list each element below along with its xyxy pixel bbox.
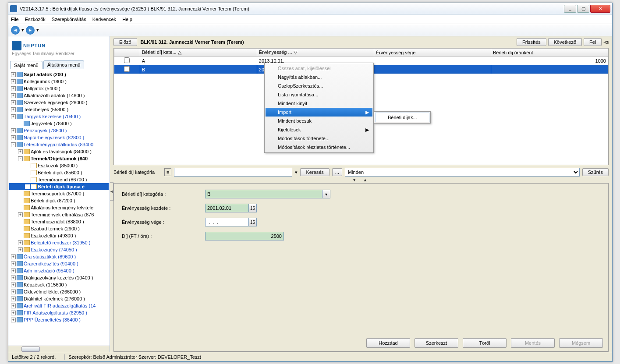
tree-node[interactable]: +Tárgyak kezelése (70400 ) xyxy=(9,113,109,120)
menu-rolechange[interactable]: Szerepkörváltás xyxy=(52,17,86,22)
cell-to[interactable] xyxy=(374,57,491,65)
tree-node[interactable]: +Teremigények elbírálása (876 xyxy=(9,211,109,218)
field-valid-from[interactable] xyxy=(205,204,249,212)
tree-label[interactable]: Telephelyek (55800 ) xyxy=(24,106,68,113)
tree-toggle-icon[interactable]: + xyxy=(11,262,16,266)
prev-button[interactable]: Előző xyxy=(113,38,137,46)
tree-label[interactable]: PPP Üzemeltetés (36400 ) xyxy=(24,316,81,323)
context-menu[interactable]: Összes adat, kijelölésselNagyítás ablakb… xyxy=(264,63,374,153)
tree-toggle-icon[interactable] xyxy=(18,191,23,196)
tab-general-menu[interactable]: Általános menü xyxy=(43,60,85,69)
maximize-button[interactable]: ▢ xyxy=(577,5,589,13)
field-valid-to[interactable] xyxy=(205,218,249,226)
scroll-thumb[interactable] xyxy=(21,346,40,352)
field-rate[interactable] xyxy=(205,232,284,240)
tree-node[interactable]: Eszközleltár (49300 ) xyxy=(9,232,109,239)
tree-label[interactable]: Alkalmazotti adatok (14800 ) xyxy=(24,92,85,99)
tree-toggle-icon[interactable]: + xyxy=(11,100,16,105)
search-button[interactable]: Keresés xyxy=(300,168,329,176)
tree-label[interactable]: Teremigények elbírálása (876 xyxy=(31,211,94,218)
tree-label[interactable]: Naptárbejegyzések (82800 ) xyxy=(24,134,84,141)
tree-toggle-icon[interactable]: + xyxy=(11,79,16,84)
menu-file[interactable]: File xyxy=(11,17,19,22)
tree-node[interactable]: +Diákhitel kérelmek (276000 ) xyxy=(9,295,109,302)
minimize-button[interactable]: _ xyxy=(564,5,576,13)
tree-label[interactable]: Pénzügyek (78600 ) xyxy=(24,127,67,134)
tree-label[interactable]: Általános teremigény felvitele xyxy=(31,204,93,211)
tab-own-menu[interactable]: Saját menü xyxy=(10,61,43,69)
tree-node[interactable]: Bérleti díjak (85600 ) xyxy=(9,169,109,176)
sidebar-collapse-handle[interactable]: ◄ xyxy=(110,182,113,201)
tree-label[interactable]: Oklevélmelléklet (266000 ) xyxy=(24,288,81,295)
tree-label[interactable]: Teremórarend (86700 ) xyxy=(38,176,87,183)
context-submenu[interactable]: Bérleti díjak... xyxy=(374,111,431,124)
tree-label[interactable]: Eszközigény (74050 ) xyxy=(31,246,77,253)
tree-node[interactable]: +Órarendkészítés (90400 ) xyxy=(9,260,109,267)
row-checkbox[interactable] xyxy=(124,66,130,72)
tree-toggle-icon[interactable]: + xyxy=(11,128,16,133)
nav-back-icon[interactable]: ◄ xyxy=(11,26,20,35)
tree-label[interactable]: Kollégiumok (1800 ) xyxy=(24,78,67,85)
tree-node[interactable]: +Pénzügyek (78600 ) xyxy=(9,127,109,134)
tree-toggle-icon[interactable] xyxy=(25,170,30,175)
next-button[interactable]: Következő xyxy=(548,38,582,46)
splitter-handle[interactable]: ▼ ▲ xyxy=(110,177,612,183)
close-button[interactable]: ✕ xyxy=(590,5,610,13)
date-picker-icon[interactable]: 15 xyxy=(249,218,257,226)
tree-node[interactable]: Eszközök (85000 ) xyxy=(9,162,109,169)
tree-toggle-icon[interactable]: + xyxy=(11,290,16,294)
tree-toggle-icon[interactable]: + xyxy=(11,86,16,91)
tree-label[interactable]: Szervezeti egységek (28000 ) xyxy=(24,99,88,106)
tree-toggle-icon[interactable]: - xyxy=(11,142,16,147)
tree-label[interactable]: Beléptető rendszer (31950 ) xyxy=(31,239,90,246)
tree-node[interactable]: +Beléptető rendszer (31950 ) xyxy=(9,239,109,246)
tree-toggle-icon[interactable]: + xyxy=(11,311,16,315)
tree-label[interactable]: FIR Adatszolgáltatás (62950 ) xyxy=(24,309,87,316)
tree-toggle-icon[interactable]: + xyxy=(11,107,16,112)
ctx-item[interactable]: Kijelölések▶ xyxy=(266,125,372,134)
tree-toggle-icon[interactable]: + xyxy=(11,318,16,322)
tree-node[interactable]: +Hallgatók (5400 ) xyxy=(9,85,109,92)
search-dd-icon[interactable]: ▾ xyxy=(295,170,298,175)
tree-node[interactable]: +Szervezeti egységek (28000 ) xyxy=(9,99,109,106)
tree-label[interactable]: Diákhitel kérelmek (276000 ) xyxy=(24,295,85,302)
ctx-item[interactable]: Mindent kinyit xyxy=(266,99,372,108)
nav-fwd-dd[interactable]: ▾ xyxy=(36,27,39,33)
ctx-item[interactable]: Lista nyomtatása... xyxy=(266,90,372,99)
nav-tree[interactable]: +Saját adatok (200 )+Kollégiumok (1800 )… xyxy=(8,69,110,346)
tree-node[interactable]: +Eszközigény (74050 ) xyxy=(9,246,109,253)
ctx-item[interactable]: Nagyítás ablakban... xyxy=(266,73,372,81)
edit-button[interactable]: Szerkeszt xyxy=(415,338,458,348)
tree-toggle-icon[interactable]: + xyxy=(11,93,16,98)
tree-toggle-icon[interactable]: + xyxy=(11,276,16,280)
tree-node[interactable]: +Oklevélmelléklet (266000 ) xyxy=(9,288,109,295)
cell-rate[interactable]: 1000 xyxy=(491,57,608,65)
tree-node[interactable]: Általános teremigény felvitele xyxy=(9,204,109,211)
tree-node[interactable]: +Telephelyek (55800 ) xyxy=(9,106,109,113)
menu-tools[interactable]: Eszközök xyxy=(25,17,46,22)
tree-label[interactable]: Bérleti díjak (85600 ) xyxy=(38,169,82,176)
tree-label[interactable]: Szabad termek (2900 ) xyxy=(31,225,80,232)
tree-label[interactable]: Bérleti díjak (87200 ) xyxy=(31,197,75,204)
up-button[interactable]: Fel xyxy=(584,38,602,46)
col-valid-from[interactable]: Érvényesség ... ▽ xyxy=(257,49,374,57)
nav-fwd-icon[interactable]: ► xyxy=(26,26,35,35)
tree-label[interactable]: Hallgatók (5400 ) xyxy=(24,85,60,92)
tree-label[interactable]: Eszközök (85000 ) xyxy=(38,162,78,169)
cell-to[interactable] xyxy=(374,65,491,74)
date-picker-icon[interactable]: 15 xyxy=(249,204,257,212)
col-valid-to[interactable]: Érvényesség vége xyxy=(374,49,491,57)
tree-toggle-icon[interactable] xyxy=(25,177,30,182)
tree-node[interactable]: +Naptárbejegyzések (82800 ) xyxy=(9,134,109,141)
cell-category[interactable]: B xyxy=(140,65,257,74)
ctx-item[interactable]: Módosítások története... xyxy=(266,134,372,143)
tree-toggle-icon[interactable]: + xyxy=(11,135,16,140)
tree-label[interactable]: Órarendkészítés (90400 ) xyxy=(24,260,78,267)
search-more-button[interactable]: ... xyxy=(332,168,342,176)
tree-node[interactable]: +Diákigazolvány kezelés (10400 ) xyxy=(9,274,109,281)
tree-label[interactable]: Létesítménygazdálkodás (83400 xyxy=(24,141,93,148)
tree-node[interactable]: Teremcsoportok (87000 ) xyxy=(9,190,109,197)
tree-node[interactable]: Teremórarend (86700 ) xyxy=(9,176,109,183)
tree-toggle-icon[interactable]: + xyxy=(18,212,23,217)
tree-node[interactable]: Szabad termek (2900 ) xyxy=(9,225,109,232)
